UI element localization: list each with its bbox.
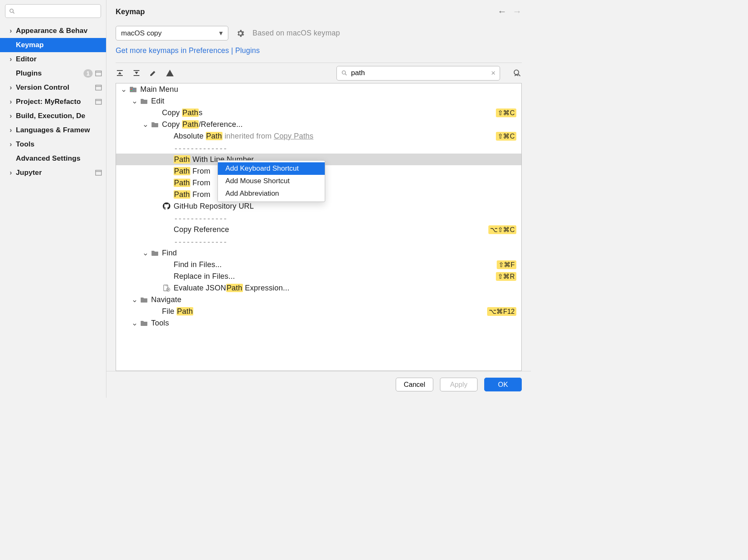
tree-action-absolute-path[interactable]: Absolute Path inherited from Copy Paths … [116, 130, 521, 142]
chevron-down-icon: ▾ [219, 29, 223, 38]
cm-add-keyboard-shortcut[interactable]: Add Keyboard Shortcut [218, 162, 325, 175]
clear-search-icon[interactable]: × [491, 69, 495, 78]
nav-forward-button[interactable]: → [513, 6, 522, 17]
sidebar-item-build[interactable]: ›Build, Execution, De [0, 109, 106, 123]
sidebar-item-tools[interactable]: ›Tools [0, 137, 106, 151]
tree-label: Find [162, 249, 516, 257]
sidebar: ›Appearance & Behav ›Keymap ›Editor ›Plu… [0, 0, 106, 398]
gear-icon[interactable] [236, 29, 245, 38]
folder-icon [151, 250, 159, 256]
tree-node-main-menu[interactable]: ⌄ Main Menu [116, 83, 521, 95]
tree-action-evaluate-jsonpath[interactable]: Evaluate JSONPath Expression... [116, 282, 521, 294]
keymap-action-tree[interactable]: ⌄ Main Menu ⌄ Edit Copy Paths ⇧⌘C ⌄ Copy… [116, 83, 522, 371]
menu-folder-icon [129, 86, 137, 93]
collapse-all-icon[interactable] [132, 69, 141, 77]
chevron-down-icon: ⌄ [142, 120, 149, 129]
conflicts-icon[interactable] [166, 69, 174, 77]
chevron-down-icon: ⌄ [120, 85, 128, 94]
svg-line-19 [518, 74, 521, 76]
tree-label: Replace in Files... [174, 272, 496, 281]
chevron-down-icon: ⌄ [131, 96, 139, 106]
context-menu: Add Keyboard Shortcut Add Mouse Shortcut… [217, 160, 325, 202]
plugins-count-badge: 1 [83, 69, 93, 78]
sidebar-item-plugins[interactable]: ›Plugins 1 [0, 66, 106, 81]
svg-rect-10 [117, 70, 123, 71]
actions-search-input[interactable]: × [336, 66, 500, 81]
tree-separator: ------------- [116, 212, 521, 224]
svg-rect-4 [96, 85, 101, 90]
tree-node-find[interactable]: ⌄ Find [116, 247, 521, 259]
shortcut-badge: ⇧⌘C [496, 132, 516, 141]
svg-rect-24 [133, 89, 134, 90]
tree-label: Navigate [151, 295, 516, 304]
sidebar-item-label: Jupyter [16, 169, 93, 177]
sidebar-item-appearance[interactable]: ›Appearance & Behav [0, 24, 106, 38]
get-more-keymaps-link[interactable]: Get more keymaps in Preferences | Plugin… [116, 46, 260, 55]
svg-rect-21 [130, 87, 133, 88]
svg-point-16 [342, 71, 346, 74]
sidebar-item-advanced[interactable]: ›Advanced Settings [0, 151, 106, 166]
tree-node-copy-path-reference[interactable]: ⌄ Copy Path/Reference... [116, 119, 521, 130]
project-settings-icon [95, 170, 102, 176]
cm-add-abbreviation[interactable]: Add Abbreviation [218, 187, 325, 200]
svg-rect-23 [131, 90, 132, 91]
svg-rect-2 [96, 71, 101, 76]
tree-separator: ------------- [116, 235, 521, 247]
based-on-label: Based on macOS keymap [253, 29, 340, 38]
project-settings-icon [95, 71, 102, 76]
tree-node-tools[interactable]: ⌄ Tools [116, 317, 521, 329]
tree-label: Find in Files... [174, 260, 497, 269]
tree-label: Tools [151, 319, 516, 328]
chevron-down-icon: ⌄ [131, 318, 139, 328]
sidebar-item-label: Version Control [16, 83, 93, 92]
tree-action-copy-reference[interactable]: Copy Reference ⌥⇧⌘C [116, 224, 521, 235]
sidebar-item-editor[interactable]: ›Editor [0, 52, 106, 66]
sidebar-item-version-control[interactable]: ›Version Control [0, 81, 106, 95]
actions-search-field[interactable] [351, 69, 488, 77]
find-by-shortcut-icon[interactable] [513, 68, 522, 78]
svg-rect-12 [117, 75, 123, 76]
sidebar-item-label: Plugins [16, 69, 81, 78]
chevron-down-icon: ⌄ [142, 248, 149, 257]
sidebar-item-label: Editor [16, 55, 102, 63]
shortcut-badge: ⇧⌘C [496, 108, 516, 117]
keymap-scheme-value: macOS copy [121, 29, 162, 38]
tree-label: Edit [151, 97, 516, 106]
sidebar-item-jupyter[interactable]: ›Jupyter [0, 166, 106, 180]
tree-action-find-in-files[interactable]: Find in Files... ⇧⌘F [116, 259, 521, 270]
tree-action-github-url[interactable]: GitHub Repository URL [116, 200, 521, 212]
shortcut-badge: ⇧⌘R [496, 272, 516, 281]
sidebar-search-input[interactable] [5, 4, 101, 18]
sidebar-item-label: Advanced Settings [16, 154, 102, 163]
folder-icon [151, 121, 159, 128]
svg-line-1 [13, 12, 14, 13]
apply-button[interactable]: Apply [440, 378, 478, 391]
ok-button[interactable]: OK [484, 378, 522, 391]
sidebar-item-label: Build, Execution, De [16, 112, 102, 120]
sidebar-item-label: Appearance & Behav [16, 27, 102, 35]
svg-rect-22 [131, 89, 132, 90]
tree-action-copy-paths[interactable]: Copy Paths ⇧⌘C [116, 107, 521, 119]
tree-node-navigate[interactable]: ⌄ Navigate [116, 294, 521, 305]
edit-shortcut-icon[interactable] [149, 69, 157, 77]
github-icon [163, 202, 170, 210]
cancel-button[interactable]: Cancel [396, 378, 433, 391]
svg-marker-14 [135, 72, 138, 74]
nav-back-button[interactable]: ← [498, 6, 507, 17]
tree-action-replace-in-files[interactable]: Replace in Files... ⇧⌘R [116, 270, 521, 282]
tree-action-file-path[interactable]: File Path ⌥⌘F12 [116, 305, 521, 317]
sidebar-item-keymap[interactable]: ›Keymap [0, 38, 106, 52]
tree-node-edit[interactable]: ⌄ Edit [116, 95, 521, 107]
shortcut-badge: ⇧⌘F [497, 260, 516, 269]
sidebar-item-project[interactable]: ›Project: MyRefacto [0, 95, 106, 109]
tree-label: GitHub Repository URL [174, 202, 516, 211]
chevron-down-icon: ⌄ [131, 295, 139, 304]
sidebar-item-label: Tools [16, 140, 102, 149]
sidebar-item-label: Languages & Framew [16, 126, 102, 134]
expand-all-icon[interactable] [116, 69, 124, 77]
page-title: Keymap [116, 8, 145, 16]
svg-line-17 [345, 74, 346, 75]
keymap-scheme-select[interactable]: macOS copy ▾ [116, 26, 228, 40]
sidebar-item-languages[interactable]: ›Languages & Framew [0, 123, 106, 137]
cm-add-mouse-shortcut[interactable]: Add Mouse Shortcut [218, 175, 325, 187]
